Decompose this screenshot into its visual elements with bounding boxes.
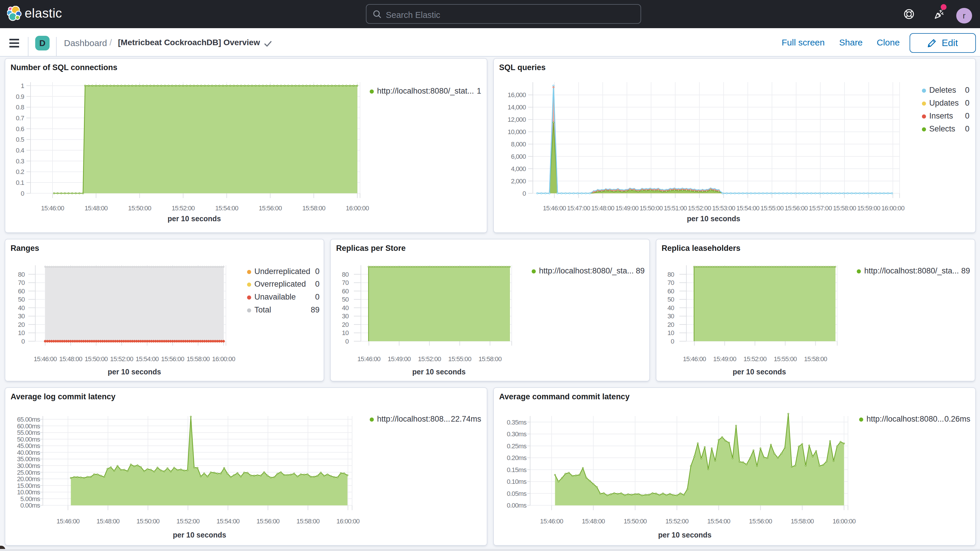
svg-text:10.00ms: 10.00ms bbox=[17, 489, 40, 496]
svg-text:40: 40 bbox=[18, 304, 25, 312]
svg-text:15:48:00: 15:48:00 bbox=[59, 355, 83, 363]
svg-text:15:52:00: 15:52:00 bbox=[172, 204, 195, 212]
svg-text:per 10 seconds: per 10 seconds bbox=[687, 215, 740, 223]
svg-text:16,000: 16,000 bbox=[508, 91, 526, 99]
svg-text:10: 10 bbox=[18, 329, 25, 336]
svg-text:15:51:00: 15:51:00 bbox=[664, 204, 687, 212]
svg-text:1: 1 bbox=[21, 82, 24, 89]
svg-text:45.00ms: 45.00ms bbox=[17, 442, 40, 449]
svg-text:15:57:00: 15:57:00 bbox=[809, 204, 832, 212]
svg-text:15:46:00: 15:46:00 bbox=[56, 518, 80, 525]
svg-text:15:54:00: 15:54:00 bbox=[135, 355, 159, 363]
svg-text:15:54:00: 15:54:00 bbox=[216, 518, 240, 525]
svg-text:14,000: 14,000 bbox=[508, 104, 526, 111]
svg-text:16:00:00: 16:00:00 bbox=[337, 518, 360, 525]
svg-text:5.00ms: 5.00ms bbox=[20, 495, 40, 503]
svg-text:0.3: 0.3 bbox=[16, 158, 24, 165]
svg-text:15:58:00: 15:58:00 bbox=[833, 204, 856, 212]
svg-text:70: 70 bbox=[18, 279, 25, 287]
svg-text:0.9: 0.9 bbox=[16, 93, 24, 100]
svg-text:15:53:00: 15:53:00 bbox=[712, 204, 735, 212]
svg-text:per 10 seconds: per 10 seconds bbox=[733, 368, 786, 376]
svg-text:50: 50 bbox=[668, 296, 674, 303]
svg-text:15:46:00: 15:46:00 bbox=[683, 355, 706, 363]
svg-text:15:56:00: 15:56:00 bbox=[749, 518, 772, 525]
svg-text:15:46:00: 15:46:00 bbox=[543, 204, 566, 212]
svg-text:65.00ms: 65.00ms bbox=[17, 416, 40, 423]
svg-text:0.2: 0.2 bbox=[16, 168, 24, 175]
svg-text:20.00ms: 20.00ms bbox=[17, 475, 40, 483]
svg-text:80: 80 bbox=[342, 271, 348, 278]
svg-text:60: 60 bbox=[342, 288, 348, 295]
svg-text:70: 70 bbox=[342, 279, 348, 287]
svg-text:20: 20 bbox=[342, 321, 348, 328]
svg-text:0.00ms: 0.00ms bbox=[507, 502, 527, 509]
svg-text:12,000: 12,000 bbox=[508, 116, 526, 123]
svg-text:60: 60 bbox=[18, 288, 25, 295]
svg-text:0.10ms: 0.10ms bbox=[507, 478, 527, 485]
svg-text:15:52:00: 15:52:00 bbox=[743, 355, 767, 363]
svg-text:15:56:00: 15:56:00 bbox=[161, 355, 184, 363]
svg-text:40: 40 bbox=[668, 304, 674, 312]
svg-text:25.00ms: 25.00ms bbox=[17, 469, 40, 476]
svg-text:15:48:00: 15:48:00 bbox=[591, 204, 614, 212]
svg-text:0.05ms: 0.05ms bbox=[507, 490, 527, 497]
svg-text:50: 50 bbox=[342, 296, 348, 303]
svg-text:15:48:00: 15:48:00 bbox=[84, 204, 108, 212]
svg-text:15:58:00: 15:58:00 bbox=[296, 518, 320, 525]
svg-text:0.6: 0.6 bbox=[16, 125, 24, 133]
svg-text:15:55:00: 15:55:00 bbox=[760, 204, 784, 212]
svg-text:2,000: 2,000 bbox=[511, 177, 526, 185]
svg-text:0.00ms: 0.00ms bbox=[20, 502, 40, 509]
svg-text:15.00ms: 15.00ms bbox=[17, 482, 40, 489]
svg-text:15:50:00: 15:50:00 bbox=[640, 204, 663, 212]
svg-text:15:58:00: 15:58:00 bbox=[302, 204, 325, 212]
svg-text:15:54:00: 15:54:00 bbox=[736, 204, 759, 212]
svg-text:70: 70 bbox=[668, 279, 674, 287]
svg-text:0.20ms: 0.20ms bbox=[507, 454, 527, 462]
svg-text:50.00ms: 50.00ms bbox=[17, 436, 40, 443]
svg-text:15:54:00: 15:54:00 bbox=[707, 518, 730, 525]
svg-text:30: 30 bbox=[18, 312, 25, 320]
svg-text:0: 0 bbox=[523, 190, 526, 197]
svg-text:per 10 seconds: per 10 seconds bbox=[412, 368, 466, 376]
svg-text:50: 50 bbox=[18, 296, 25, 303]
svg-text:30: 30 bbox=[342, 312, 348, 320]
svg-text:per 10 seconds: per 10 seconds bbox=[108, 368, 161, 376]
svg-text:0.35ms: 0.35ms bbox=[507, 419, 527, 426]
svg-text:15:46:00: 15:46:00 bbox=[41, 204, 64, 212]
svg-text:6,000: 6,000 bbox=[511, 153, 526, 160]
svg-text:10: 10 bbox=[668, 329, 674, 336]
svg-text:30.00ms: 30.00ms bbox=[17, 462, 40, 470]
svg-text:10: 10 bbox=[342, 329, 348, 336]
svg-text:15:47:00: 15:47:00 bbox=[567, 204, 590, 212]
svg-text:80: 80 bbox=[18, 271, 25, 278]
svg-text:15:58:00: 15:58:00 bbox=[479, 355, 502, 363]
svg-text:0.25ms: 0.25ms bbox=[507, 443, 527, 450]
svg-text:15:49:00: 15:49:00 bbox=[615, 204, 638, 212]
svg-text:0.8: 0.8 bbox=[16, 104, 24, 111]
svg-text:0.15ms: 0.15ms bbox=[507, 466, 527, 473]
svg-text:15:52:00: 15:52:00 bbox=[418, 355, 441, 363]
svg-text:15:58:00: 15:58:00 bbox=[187, 355, 210, 363]
svg-text:80: 80 bbox=[668, 271, 674, 278]
svg-text:per 10 seconds: per 10 seconds bbox=[173, 531, 226, 539]
svg-text:60: 60 bbox=[668, 288, 674, 295]
svg-text:15:48:00: 15:48:00 bbox=[582, 518, 605, 525]
svg-text:0.4: 0.4 bbox=[16, 147, 24, 154]
svg-text:15:48:00: 15:48:00 bbox=[97, 518, 120, 525]
svg-text:0.1: 0.1 bbox=[16, 179, 24, 186]
svg-text:15:52:00: 15:52:00 bbox=[110, 355, 133, 363]
svg-text:15:56:00: 15:56:00 bbox=[259, 204, 282, 212]
svg-text:16:00:00: 16:00:00 bbox=[212, 355, 235, 363]
svg-text:0: 0 bbox=[345, 338, 349, 345]
svg-text:15:46:00: 15:46:00 bbox=[540, 518, 563, 525]
svg-text:8,000: 8,000 bbox=[511, 140, 526, 148]
svg-text:15:56:00: 15:56:00 bbox=[256, 518, 280, 525]
svg-text:0: 0 bbox=[21, 190, 24, 197]
svg-text:15:59:00: 15:59:00 bbox=[857, 204, 880, 212]
svg-text:16:00:00: 16:00:00 bbox=[832, 518, 856, 525]
svg-text:per 10 seconds: per 10 seconds bbox=[658, 531, 711, 539]
svg-text:35.00ms: 35.00ms bbox=[17, 455, 40, 463]
svg-text:0: 0 bbox=[671, 338, 674, 345]
